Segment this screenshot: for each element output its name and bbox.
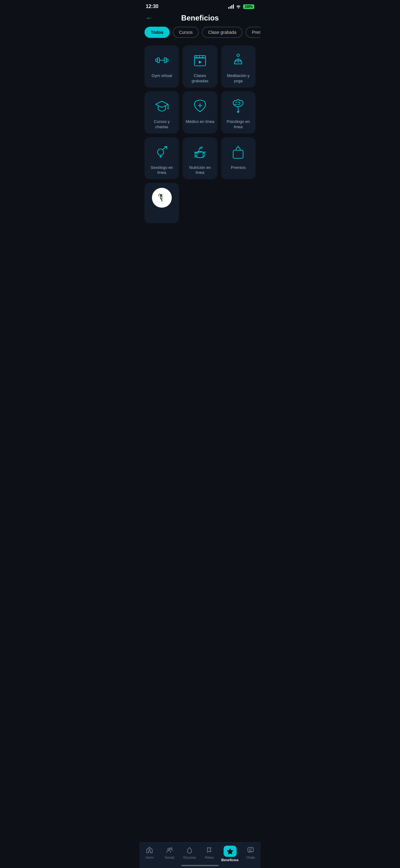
status-time: 12:30: [146, 4, 159, 9]
svg-point-19: [158, 149, 164, 155]
filter-tabs: Todos Cursos Clase grabada Premios: [139, 27, 261, 43]
card-premios-label: Premios: [231, 165, 245, 170]
card-psicologo[interactable]: Psicólogo en línea: [221, 91, 256, 133]
svg-marker-13: [156, 101, 168, 107]
bag-icon: [228, 142, 248, 162]
card-medico[interactable]: Médico en línea: [182, 91, 217, 133]
status-bar: 12:30 100%: [139, 0, 261, 10]
signal-icon: [228, 4, 234, 9]
svg-line-22: [163, 147, 167, 149]
nutrition-icon: [190, 142, 210, 162]
card-premios[interactable]: Premios: [221, 137, 256, 180]
card-clases-grabadas[interactable]: Clases grabadas: [182, 45, 217, 88]
meditation-icon: [228, 50, 248, 70]
card-nutricion[interactable]: Nutrición en línea: [182, 137, 217, 180]
svg-rect-2: [158, 58, 159, 63]
fork-leaf-icon: [152, 188, 172, 208]
svg-point-15: [167, 108, 169, 109]
card-cursos-label: Cursos y charlas: [147, 119, 176, 130]
card-gym-label: Gym virtual: [152, 73, 172, 79]
page-title: Beneficios: [181, 14, 219, 22]
filter-tab-clase-grabada[interactable]: Clase grabada: [202, 27, 242, 38]
brain-icon: [228, 96, 248, 116]
card-sexologo-label: Sexólogo en línea: [147, 165, 176, 176]
filter-tab-premios[interactable]: Premios: [245, 27, 261, 38]
cards-grid: Gym virtual Clases grabadas: [139, 43, 261, 226]
battery-icon: 100%: [243, 4, 254, 9]
status-icons: 100%: [228, 4, 254, 9]
card-psicologo-label: Psicólogo en línea: [224, 119, 253, 130]
card-medico-label: Médico en línea: [186, 119, 214, 124]
svg-rect-30: [233, 150, 243, 158]
svg-rect-3: [164, 58, 166, 63]
filter-tab-todos[interactable]: Todos: [144, 27, 170, 38]
clapper-icon: [190, 50, 210, 70]
graduation-icon: [152, 96, 172, 116]
card-gym-virtual[interactable]: Gym virtual: [144, 45, 179, 88]
svg-point-32: [238, 146, 239, 147]
svg-point-11: [237, 54, 239, 57]
card-nutricion-label: Nutrición en línea: [185, 165, 214, 176]
card-meditacion-label: Meditación y yoga: [224, 73, 253, 84]
wifi-icon: [236, 4, 241, 9]
filter-tab-cursos[interactable]: Cursos: [173, 27, 199, 38]
card-clases-label: Clases grabadas: [185, 73, 214, 84]
back-button[interactable]: ←: [146, 14, 153, 22]
svg-marker-10: [199, 61, 202, 64]
card-cursos[interactable]: Cursos y charlas: [144, 91, 179, 133]
card-sexologo[interactable]: Sexólogo en línea: [144, 137, 179, 180]
header: ← Beneficios: [139, 10, 261, 27]
gym-icon: [152, 50, 172, 70]
gender-icon: [152, 142, 172, 162]
card-meditacion[interactable]: Meditación y yoga: [221, 45, 256, 88]
card-extra[interactable]: [144, 183, 179, 223]
medic-icon: [190, 96, 210, 116]
